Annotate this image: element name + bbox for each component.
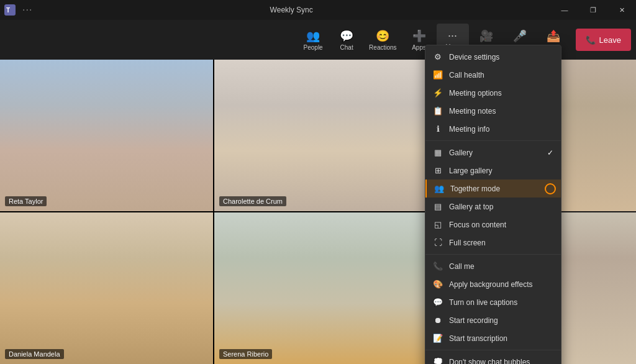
menu-item-start-recording[interactable]: ⏺ Start recording — [425, 311, 561, 329]
menu-item-call-health[interactable]: 📶 Call health — [425, 66, 561, 84]
device-settings-icon: ⚙ — [433, 52, 443, 61]
menu-item-apply-background[interactable]: 🎨 Apply background effects — [425, 275, 561, 293]
video-grid: Reta Taylor Charolette de Crum Daniela M… — [0, 60, 427, 364]
phone-icon: 📞 — [586, 35, 596, 45]
apps-label: Apps — [412, 44, 426, 51]
meeting-notes-label: Meeting notes — [449, 107, 496, 116]
gallery-icon: ▦ — [433, 148, 443, 157]
cursor-ring — [545, 183, 556, 194]
live-captions-icon: 💬 — [433, 298, 443, 307]
menu-item-together-mode[interactable]: 👥 Together mode — [425, 180, 561, 198]
large-gallery-icon: ⊞ — [433, 166, 443, 175]
participant-video-0: Reta Taylor — [0, 60, 213, 211]
full-screen-label: Full screen — [449, 239, 486, 247]
large-gallery-label: Large gallery — [449, 166, 492, 175]
gallery-at-top-icon: ▤ — [433, 202, 443, 211]
menu-item-chat-bubbles[interactable]: 💭 Don't show chat bubbles — [425, 353, 561, 364]
focus-content-icon: ◱ — [433, 220, 443, 229]
people-button[interactable]: 👥 People — [297, 24, 329, 56]
menu-item-meeting-notes[interactable]: 📋 Meeting notes — [425, 102, 561, 120]
call-health-label: Call health — [449, 71, 484, 80]
together-mode-label: Together mode — [450, 184, 500, 193]
focus-content-label: Focus on content — [449, 221, 506, 229]
mic-icon: 🎤 — [513, 29, 527, 43]
menu-item-live-captions[interactable]: 💬 Turn on live captions — [425, 293, 561, 311]
title-bar: T ··· Weekly Sync — ❐ ✕ — [0, 0, 636, 20]
device-settings-label: Device settings — [449, 53, 499, 61]
meeting-options-label: Meeting options — [449, 89, 502, 98]
menu-item-meeting-options[interactable]: ⚡ Meeting options — [425, 84, 561, 102]
full-screen-icon: ⛶ — [433, 238, 443, 247]
start-recording-icon: ⏺ — [433, 316, 443, 325]
menu-item-start-transcription[interactable]: 📝 Start transcription — [425, 329, 561, 347]
divider-3 — [425, 350, 561, 350]
menu-item-full-screen[interactable]: ⛶ Full screen — [425, 234, 561, 252]
meeting-info-icon: ℹ — [433, 124, 443, 134]
gallery-label: Gallery — [449, 148, 473, 157]
menu-item-call-me[interactable]: 📞 Call me — [425, 257, 561, 275]
menu-item-gallery-at-top[interactable]: ▤ Gallery at top — [425, 198, 561, 216]
apps-icon: ➕ — [412, 29, 426, 43]
meeting-options-icon: ⚡ — [433, 88, 443, 98]
svg-text:T: T — [6, 7, 10, 14]
apply-background-label: Apply background effects — [449, 280, 533, 289]
together-mode-icon: 👥 — [434, 184, 444, 193]
gallery-at-top-label: Gallery at top — [449, 202, 493, 211]
menu-item-focus-on-content[interactable]: ◱ Focus on content — [425, 216, 561, 234]
live-captions-label: Turn on live captions — [449, 298, 517, 307]
more-icon: ··· — [448, 29, 457, 42]
start-transcription-label: Start transcription — [449, 334, 507, 343]
close-button[interactable]: ✕ — [607, 0, 636, 20]
reactions-button[interactable]: 😊 Reactions — [364, 24, 401, 56]
reactions-label: Reactions — [369, 44, 396, 51]
title-dots: ··· — [22, 4, 32, 16]
menu-item-meeting-info[interactable]: ℹ Meeting info — [425, 120, 561, 138]
people-icon: 👥 — [306, 29, 320, 43]
dropdown-menu: ⚙ Device settings 📶 Call health ⚡ Meetin… — [425, 45, 561, 364]
chat-bubbles-label: Don't show chat bubbles — [449, 358, 530, 365]
participant-name-0: Reta Taylor — [5, 196, 47, 206]
camera-icon: 🎥 — [479, 29, 493, 43]
call-me-label: Call me — [449, 262, 475, 271]
meeting-notes-icon: 📋 — [433, 106, 443, 116]
leave-button[interactable]: 📞 Leave — [576, 29, 631, 51]
window-controls: — ❐ ✕ — [550, 0, 636, 20]
participant-video-2: Daniela Mandela — [0, 212, 213, 364]
gallery-check: ✓ — [547, 148, 553, 157]
menu-item-device-settings[interactable]: ⚙ Device settings — [425, 48, 561, 66]
menu-item-large-gallery[interactable]: ⊞ Large gallery — [425, 162, 561, 180]
call-me-icon: 📞 — [433, 262, 443, 271]
participant-name-3: Serena Riberio — [219, 349, 272, 359]
chat-bubbles-icon: 💭 — [433, 357, 443, 364]
divider-1 — [425, 140, 561, 141]
start-transcription-icon: 📝 — [433, 334, 443, 343]
chat-label: Chat — [340, 44, 353, 51]
minimize-button[interactable]: — — [550, 0, 579, 20]
participant-video-3: Serena Riberio — [214, 212, 427, 364]
maximize-button[interactable]: ❐ — [579, 0, 607, 20]
participant-video-1: Charolette de Crum — [214, 60, 427, 211]
people-label: People — [304, 44, 323, 51]
participant-name-2: Daniela Mandela — [5, 349, 64, 359]
menu-item-gallery[interactable]: ▦ Gallery ✓ — [425, 143, 561, 162]
apply-background-icon: 🎨 — [433, 280, 443, 289]
app-icon: T — [0, 0, 20, 20]
participant-name-1: Charolette de Crum — [219, 196, 286, 206]
meeting-info-label: Meeting info — [449, 125, 489, 134]
chat-button[interactable]: 💬 Chat — [330, 24, 363, 56]
share-icon: 📤 — [547, 29, 560, 43]
chat-icon: 💬 — [340, 29, 353, 43]
call-health-icon: 📶 — [433, 70, 443, 80]
leave-label: Leave — [599, 35, 621, 45]
divider-2 — [425, 254, 561, 255]
start-recording-label: Start recording — [449, 316, 498, 325]
window-title: Weekly Sync — [32, 6, 550, 14]
reactions-icon: 😊 — [376, 29, 389, 43]
